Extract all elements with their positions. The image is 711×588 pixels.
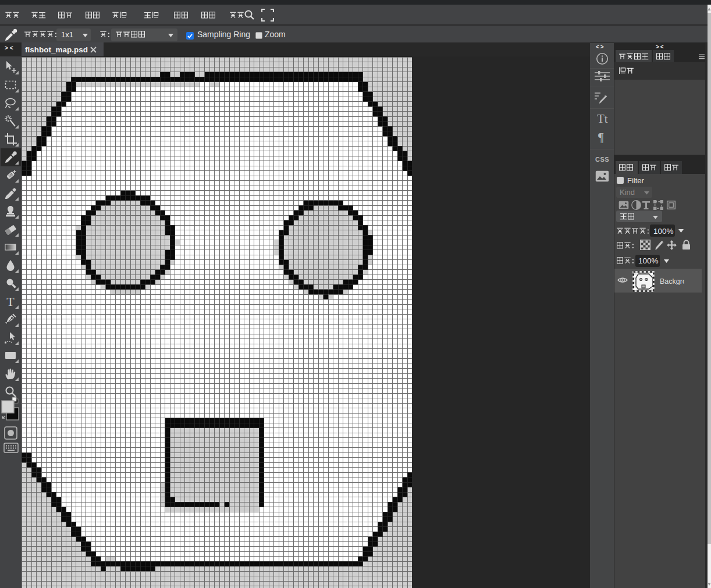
svg-text:T: T (6, 295, 15, 309)
